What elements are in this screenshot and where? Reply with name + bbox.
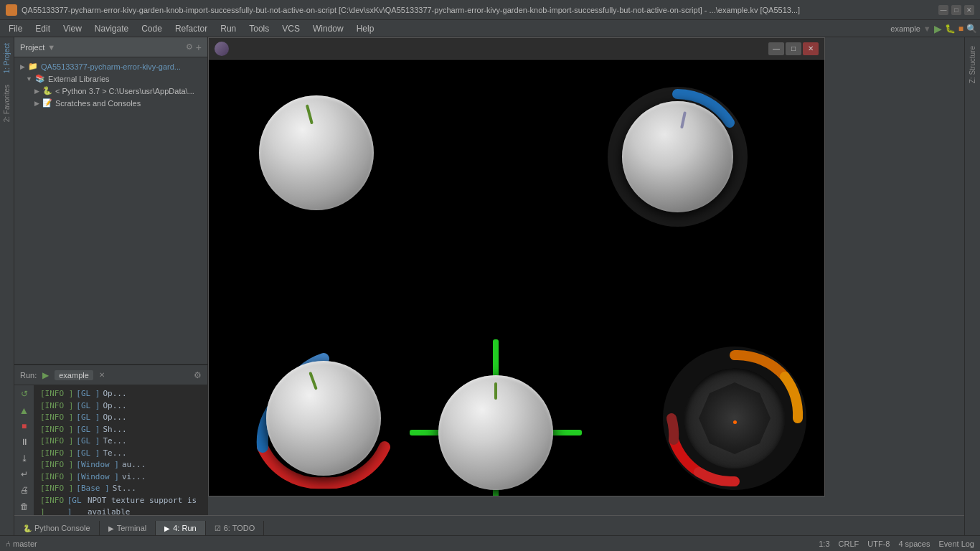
menu-run[interactable]: Run [215,22,242,35]
kivy-logo [215,42,229,56]
knob-2-outer [608,87,748,227]
menu-tools[interactable]: Tools [243,22,275,35]
knob-4-container [438,375,553,490]
tree-item-external-libraries[interactable]: ▼ 📚 External Libraries [14,72,207,85]
bottom-tabs-bar: 🐍 Python Console ▶ Terminal ▶ 4: Run ☑ 6… [14,515,964,535]
menu-navigate[interactable]: Navigate [89,22,134,35]
knob-2-wrapper[interactable] [602,81,753,232]
project-expand-icon[interactable]: + [196,42,202,53]
run-play-button[interactable]: ▲ [18,404,31,415]
tab-structure[interactable]: Z: Structure [967,40,978,89]
kivy-close[interactable]: ✕ [803,42,819,55]
run-close-tab[interactable]: ✕ [99,371,105,379]
tab-project[interactable]: 1: Project [1,37,12,79]
stop-button[interactable]: ■ [958,24,963,34]
tree-item-python37[interactable]: ▶ 🐍 < Python 3.7 > C:\Users\usr\AppData\… [14,85,207,97]
knob-4-body [438,375,553,490]
status-bar: ⑃ master 1:3 CRLF UTF-8 4 spaces Event L… [0,535,980,551]
log-line: [INFO ] [GL ] Op... [40,412,202,424]
project-settings-icon[interactable]: ⚙ [186,42,193,52]
log-line: [INFO ] [Base ] St... [40,483,202,495]
soft-wrap[interactable]: ↵ [18,468,31,480]
kivy-titlebar: — □ ✕ [209,38,824,60]
close-button[interactable]: ✕ [964,5,974,15]
left-vertical-tabs: 1: Project 2: Favorites [0,37,14,535]
app-icon [6,4,17,16]
rerun-button[interactable]: ↺ [18,388,31,400]
stop-run-button[interactable]: ■ [18,420,31,432]
run-config-label[interactable]: example [55,370,93,380]
menu-refactor[interactable]: Refactor [169,22,213,35]
knob-5-wrapper[interactable] [659,339,810,496]
menu-window[interactable]: Window [307,22,349,35]
pause-button[interactable]: ⏸ [18,436,31,448]
run-config-name: example [890,24,920,33]
knob-4-wrapper[interactable] [417,339,575,496]
run-panel: Run: ▶ example ✕ ⚙ ↺ ▲ ■ ⏸ ⤓ ↵ 🖨 🗑 [INFO… [14,364,208,515]
kivy-window: — □ ✕ [208,37,825,496]
menu-code[interactable]: Code [136,22,168,35]
project-label: Project [20,43,44,52]
knob-5-ring [684,368,785,468]
kivy-canvas [209,60,824,496]
search-everywhere[interactable]: 🔍 [966,24,977,34]
python-icon: 🐍 [23,524,32,532]
tab-favorites[interactable]: 2: Favorites [1,79,12,128]
knob-2-inner [622,101,733,212]
kivy-maximize[interactable]: □ [786,42,801,55]
terminal-label: Terminal [117,524,147,532]
run-label: Run: [20,371,37,380]
log-line: [INFO ] [Window ] au... [40,459,202,471]
tab-run[interactable]: ▶ 4: Run [156,521,205,535]
tab-todo[interactable]: ☑ 6: TODO [206,521,265,535]
tab-python-console[interactable]: 🐍 Python Console [14,521,100,535]
kivy-window-controls: — □ ✕ [768,42,819,55]
menu-vcs[interactable]: VCS [276,22,306,35]
log-line: [INFO ] [GL ] Op... [40,400,202,413]
terminal-icon: ▶ [108,524,114,532]
menu-edit[interactable]: Edit [29,22,56,35]
tab-terminal[interactable]: ▶ Terminal [100,521,156,535]
event-log-button[interactable]: Event Log [938,540,974,548]
knob-3-outer [248,343,399,494]
run-settings-icon[interactable]: ⚙ [194,370,202,380]
indent-info[interactable]: 4 spaces [898,540,930,548]
title-bar: QA55133377-pycharm-error-kivy-garden-kno… [0,0,980,20]
knob-5-outer [663,347,806,490]
run-button[interactable]: ▶ [934,23,942,34]
knob-1-body [259,95,374,210]
kivy-minimize[interactable]: — [768,42,784,55]
maximize-button[interactable]: □ [951,5,961,15]
tree-item-project-root[interactable]: ▶ 📁 QA55133377-pycharm-error-kivy-gard..… [14,60,207,72]
cursor-position: 1:3 [819,540,829,548]
run-panel-header: Run: ▶ example ✕ ⚙ [14,365,207,385]
run-content: ↺ ▲ ■ ⏸ ⤓ ↵ 🖨 🗑 [INFO ] [GL ] Op... [INF… [14,385,207,515]
right-toolbar: Z: Structure [964,37,980,535]
knob-1-wrapper[interactable] [252,88,381,217]
project-panel: Project ▼ ⚙ + ▶ 📁 QA55133377-pycharm-err… [14,37,208,385]
knob-1-indicator [306,104,314,124]
encoding[interactable]: UTF-8 [867,540,890,548]
python-console-label: Python Console [34,524,90,532]
todo-label: 6: TODO [224,524,255,532]
clear-output[interactable]: 🗑 [18,501,31,512]
menu-help[interactable]: Help [351,22,380,35]
menu-view[interactable]: View [57,22,88,35]
knob-5-inner [699,382,771,454]
menu-file[interactable]: File [3,22,28,35]
knob-3-indicator [308,372,318,390]
line-ending[interactable]: CRLF [839,540,859,548]
menu-bar: File Edit View Navigate Code Refactor Ru… [0,20,980,37]
project-tree: ▶ 📁 QA55133377-pycharm-error-kivy-gard..… [14,57,207,384]
git-branch[interactable]: ⑃ master [6,540,37,548]
knob-3-wrapper[interactable] [245,339,402,496]
minimize-button[interactable]: — [938,5,948,15]
scroll-to-end[interactable]: ⤓ [18,453,31,464]
debug-button[interactable]: 🐛 [945,24,956,34]
knob-3-inner [266,361,381,476]
log-line: [INFO ] [GL ] Te... [40,435,202,448]
print-button[interactable]: 🖨 [18,484,31,496]
tree-item-scratches[interactable]: ▶ 📝 Scratches and Consoles [14,97,207,109]
svg-point-0 [731,478,738,485]
run-tab-icon: ▶ [164,524,170,532]
